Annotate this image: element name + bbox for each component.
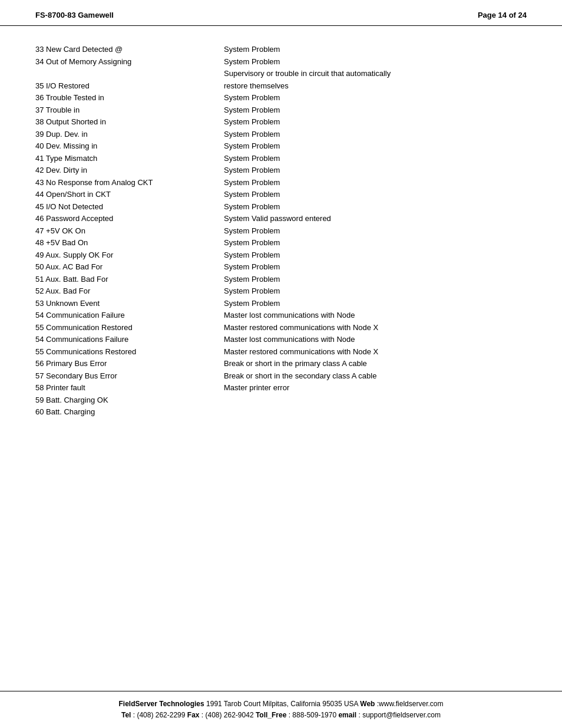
- row-right-8: System Problem: [218, 140, 527, 152]
- row-left-6: 38 Output Shorted in: [35, 116, 218, 128]
- row-right-14: System Valid password entered: [218, 213, 527, 225]
- table-row: 55 Communications RestoredMaster restore…: [35, 346, 527, 358]
- table-row: 55 Communication RestoredMaster restored…: [35, 322, 527, 334]
- row-right-3: restore themselves: [218, 80, 527, 92]
- table-row: 41 Type MismatchSystem Problem: [35, 153, 527, 164]
- page-header: FS-8700-83 Gamewell Page 14 of 24: [0, 0, 562, 26]
- table-row: 57 Secondary Bus ErrorBreak or short in …: [35, 370, 527, 382]
- table-row: 47 +5V OK OnSystem Problem: [35, 225, 527, 237]
- row-left-22: 54 Communication Failure: [35, 309, 218, 321]
- row-left-3: 35 I/O Restored: [35, 80, 218, 92]
- table-row: 54 Communications FailureMaster lost com…: [35, 334, 527, 345]
- row-right-2: Supervisory or trouble in circuit that a…: [218, 68, 527, 80]
- row-left-15: 47 +5V OK On: [35, 225, 218, 237]
- row-right-12: System Problem: [218, 189, 527, 200]
- row-left-10: 42 Dev. Dirty in: [35, 164, 218, 176]
- row-right-23: Master restored communications with Node…: [218, 322, 527, 334]
- row-right-4: System Problem: [218, 92, 527, 104]
- row-left-1: 34 Out of Memory Assigning: [35, 56, 218, 68]
- table-row: 34 Out of Memory AssigningSystem Problem: [35, 56, 527, 68]
- footer-web-label: Web: [360, 700, 375, 708]
- page-footer: FieldServer Technologies 1991 Tarob Cour…: [0, 691, 562, 728]
- table-row: 48 +5V Bad OnSystem Problem: [35, 237, 527, 249]
- row-left-8: 40 Dev. Missing in: [35, 140, 218, 152]
- table-row: 44 Open/Short in CKTSystem Problem: [35, 189, 527, 200]
- row-right-9: System Problem: [218, 153, 527, 164]
- data-table: 33 New Card Detected @System Problem34 O…: [35, 44, 527, 418]
- table-row: 39 Dup. Dev. inSystem Problem: [35, 129, 527, 140]
- row-right-7: System Problem: [218, 129, 527, 140]
- table-row: 43 No Response from Analog CKTSystem Pro…: [35, 177, 527, 189]
- row-left-28: 58 Printer fault: [35, 382, 218, 394]
- table-row: 60 Batt. Charging: [35, 406, 527, 418]
- footer-email: : support@fieldserver.com: [358, 711, 441, 719]
- table-row: 36 Trouble Tested inSystem Problem: [35, 92, 527, 104]
- row-right-13: System Problem: [218, 201, 527, 213]
- table-row: 52 Aux. Bad ForSystem Problem: [35, 285, 527, 297]
- table-row: 56 Primary Bus ErrorBreak or short in th…: [35, 358, 527, 370]
- row-left-19: 51 Aux. Batt. Bad For: [35, 274, 218, 285]
- row-left-0: 33 New Card Detected @: [35, 44, 218, 55]
- row-left-29: 59 Batt. Charging OK: [35, 394, 218, 406]
- footer-toll-label: Toll_Free: [256, 711, 286, 719]
- table-row: 59 Batt. Charging OK: [35, 394, 527, 406]
- row-left-14: 46 Password Accepted: [35, 213, 218, 225]
- page-container: FS-8700-83 Gamewell Page 14 of 24 33 New…: [0, 0, 562, 728]
- row-left-4: 36 Trouble Tested in: [35, 92, 218, 104]
- footer-fax: : (408) 262-9042: [201, 711, 256, 719]
- table-row: Supervisory or trouble in circuit that a…: [35, 68, 527, 80]
- footer-fax-label: Fax: [187, 711, 200, 719]
- row-right-18: System Problem: [218, 261, 527, 273]
- row-right-19: System Problem: [218, 274, 527, 285]
- footer-tel-label: Tel: [121, 711, 131, 719]
- table-row: 49 Aux. Supply OK ForSystem Problem: [35, 249, 527, 261]
- table-row: 46 Password AcceptedSystem Valid passwor…: [35, 213, 527, 225]
- row-left-26: 56 Primary Bus Error: [35, 358, 218, 370]
- row-left-24: 54 Communications Failure: [35, 334, 218, 345]
- row-right-22: Master lost communications with Node: [218, 309, 527, 321]
- footer-toll: : 888-509-1970: [289, 711, 339, 719]
- footer-line2: Tel : (408) 262-2299 Fax : (408) 262-904…: [35, 710, 527, 721]
- row-right-15: System Problem: [218, 225, 527, 237]
- row-left-27: 57 Secondary Bus Error: [35, 370, 218, 382]
- row-left-12: 44 Open/Short in CKT: [35, 189, 218, 200]
- main-content: 33 New Card Detected @System Problem34 O…: [0, 26, 562, 691]
- table-row: 50 Aux. AC Bad ForSystem Problem: [35, 261, 527, 273]
- row-left-5: 37 Trouble in: [35, 104, 218, 116]
- table-row: 45 I/O Not DetectedSystem Problem: [35, 201, 527, 213]
- row-left-30: 60 Batt. Charging: [35, 406, 218, 418]
- footer-line1: FieldServer Technologies 1991 Tarob Cour…: [35, 699, 527, 710]
- footer-web-url: :www.fieldserver.com: [377, 700, 444, 708]
- header-title: FS-8700-83 Gamewell: [35, 11, 114, 19]
- table-row: 58 Printer fault Master printer error: [35, 382, 527, 394]
- header-page: Page 14 of 24: [478, 11, 527, 19]
- row-right-27: Break or short in the secondary class A …: [218, 370, 527, 382]
- row-left-25: 55 Communications Restored: [35, 346, 218, 358]
- footer-tel: : (408) 262-2299: [133, 711, 187, 719]
- row-right-24: Master lost communications with Node: [218, 334, 527, 345]
- row-left-13: 45 I/O Not Detected: [35, 201, 218, 213]
- row-left-7: 39 Dup. Dev. in: [35, 129, 218, 140]
- row-right-0: System Problem: [218, 44, 527, 55]
- row-right-20: System Problem: [218, 285, 527, 297]
- row-right-28: Master printer error: [218, 382, 527, 394]
- footer-address: 1991 Tarob Court Milpitas, California 95…: [206, 700, 360, 708]
- row-right-6: System Problem: [218, 116, 527, 128]
- row-right-11: System Problem: [218, 177, 527, 189]
- footer-email-label: email: [338, 711, 356, 719]
- row-right-25: Master restored communications with Node…: [218, 346, 527, 358]
- row-left-11: 43 No Response from Analog CKT: [35, 177, 218, 189]
- table-row: 42 Dev. Dirty inSystem Problem: [35, 164, 527, 176]
- table-row: 35 I/O Restoredrestore themselves: [35, 80, 527, 92]
- table-row: 54 Communication FailureMaster lost comm…: [35, 309, 527, 321]
- row-left-18: 50 Aux. AC Bad For: [35, 261, 218, 273]
- row-left-16: 48 +5V Bad On: [35, 237, 218, 249]
- table-row: 40 Dev. Missing inSystem Problem: [35, 140, 527, 152]
- row-left-23: 55 Communication Restored: [35, 322, 218, 334]
- table-row: 53 Unknown EventSystem Problem: [35, 298, 527, 309]
- table-row: 37 Trouble inSystem Problem: [35, 104, 527, 116]
- row-right-16: System Problem: [218, 237, 527, 249]
- row-left-9: 41 Type Mismatch: [35, 153, 218, 164]
- table-row: 51 Aux. Batt. Bad ForSystem Problem: [35, 274, 527, 285]
- table-row: 33 New Card Detected @System Problem: [35, 44, 527, 55]
